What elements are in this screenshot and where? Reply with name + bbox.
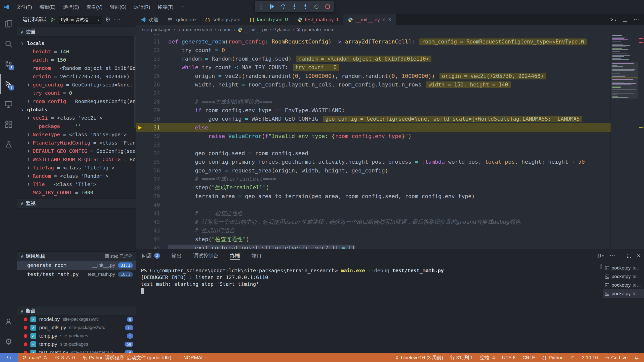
panel-tab-端口[interactable]: 端口 — [252, 249, 262, 262]
restart-button[interactable] — [314, 4, 319, 9]
variable-row[interactable]: ❯WASTELAND_ROOM_REQUEST_CONFIG = RoomR… — [17, 155, 136, 163]
variable-row[interactable]: ❯Random = <class 'Random'> — [17, 172, 136, 180]
breakpoint-row[interactable]: ✓temp.pysite-packages1 — [17, 332, 136, 340]
breadcrumb-item-generate_room[interactable]: generate_room — [296, 27, 335, 32]
panel-tab-问题[interactable]: 问题3 — [142, 249, 160, 262]
callstack-frame[interactable]: generate_room__init__.py31:1 — [17, 261, 136, 270]
menu-item-2[interactable]: 编辑(E) — [36, 3, 59, 12]
breakpoint-row[interactable]: ✓model.pysite-packages\wfc6 — [17, 315, 136, 324]
terminal-output[interactable]: PS C:\computer_science\godot-ldtk\site-p… — [141, 267, 601, 294]
chevron-right-icon[interactable]: ❯ — [27, 115, 30, 120]
activity-testing[interactable] — [0, 134, 17, 155]
variables-scrollbar[interactable] — [134, 35, 136, 128]
activity-search[interactable] — [0, 34, 17, 54]
status-language-mode[interactable]: { }Python — [542, 355, 564, 360]
breakpoint-checkbox[interactable]: ✓ — [30, 333, 36, 339]
code-line-24[interactable]: 24 while try_count < MAX_TRY_COUNT:try_c… — [136, 63, 611, 72]
menu-item-7[interactable]: 终端(T) — [154, 3, 177, 12]
breadcrumb-item-Pylance[interactable]: Pylance — [273, 27, 290, 32]
code-line-25[interactable]: 25 origin = vec2i(random.randint(0, 1000… — [136, 72, 611, 80]
breadcrumb-item-site-packages[interactable]: site-packages — [142, 27, 171, 32]
variable-row[interactable]: random = <Random object at 0x1bf9d01e… — [17, 64, 136, 72]
code-line-33[interactable]: 33 — [136, 140, 611, 149]
code-line-38[interactable]: 38 step("生成TerrainCell") — [136, 183, 611, 192]
activity-manage-settings[interactable]: ⚙ — [0, 332, 17, 352]
code-line-40[interactable]: 40 — [136, 201, 611, 209]
editor-scrollbar[interactable] — [638, 34, 644, 249]
menu-item-5[interactable]: 转到(G) — [107, 3, 130, 12]
code-line-41[interactable]: 41 # ====检查连通性==== — [136, 209, 611, 218]
section-header-variables[interactable]: ∨变量 — [17, 27, 136, 36]
code-editor[interactable]: 2021def generate_room(room_config: RoomR… — [136, 34, 611, 249]
debug-config-select[interactable]: Python 调试程序: 启动文件 (godot-ldtk) ∨ — [59, 16, 102, 24]
status-git-branch[interactable]: main* — [23, 355, 48, 360]
section-header-breakpoints[interactable]: ∨断点 — [17, 306, 136, 315]
code-line-21[interactable]: 21def generate_room(room_config: RoomReq… — [136, 37, 611, 46]
start-debug-button[interactable] — [50, 17, 55, 22]
activity-source-control[interactable]: 3 — [0, 54, 17, 74]
status-encoding[interactable]: UTF-8 — [502, 355, 516, 360]
code-line-23[interactable]: 23 random = Random(room_config.seed)rand… — [136, 55, 611, 63]
chevron-right-icon[interactable]: ❯ — [27, 165, 30, 170]
tab-test_math.py[interactable]: test_math.py1 — [293, 14, 343, 25]
status-notifications[interactable] — [635, 355, 639, 360]
status-debug-target[interactable]: Python 调试程序: 启动文件 (godot-ldtk) — [83, 354, 171, 361]
code-line-29[interactable]: 29 if room_config.env_type == EnvType.WA… — [136, 106, 611, 115]
status-vim-mode[interactable]: -- NORMAL -- — [179, 355, 208, 360]
tab-settings.json[interactable]: { }settings.json — [200, 14, 245, 25]
status-eol[interactable]: CRLF — [522, 355, 535, 360]
chevron-right-icon[interactable]: ❯ — [27, 140, 30, 145]
breakpoint-checkbox[interactable]: ✓ — [30, 350, 36, 353]
code-line-42[interactable]: 42 # 计算每一个出口的中心，然后使用astar生成路径，确保每一个出口组合都… — [136, 218, 611, 226]
variable-row[interactable]: MAX_TRY_COUNT = 1000 — [17, 188, 136, 197]
chevron-right-icon[interactable]: ❯ — [27, 99, 30, 104]
breakpoint-row[interactable]: ✓temp.pysite-packages58 — [17, 340, 136, 348]
panel-more-actions-icon[interactable]: ⋯ — [610, 252, 616, 259]
code-line-43[interactable]: 43 # 生成出口组合 — [136, 226, 611, 235]
debug-settings-gear-icon[interactable]: ⚙ — [105, 16, 111, 23]
code-line-28[interactable]: 28 # ====生成初始地理信息==== — [136, 98, 611, 106]
breakpoint-checkbox[interactable]: ✓ — [30, 341, 36, 347]
split-editor-icon[interactable] — [623, 17, 627, 22]
terminal-list-item[interactable]: pocketpyte… — [603, 272, 644, 281]
code-line-34[interactable]: 34 geo_config.seed = room_config.seed — [136, 149, 611, 158]
stop-button[interactable] — [325, 4, 330, 9]
activity-explorer[interactable] — [0, 14, 17, 34]
remote-indicator[interactable] — [0, 353, 18, 362]
code-line-31[interactable]: ▶31 else: — [136, 123, 611, 132]
variable-row[interactable]: ❯PlanetaryWindConfig = <class 'Planeta… — [17, 139, 136, 147]
step-over-button[interactable] — [280, 4, 286, 9]
status-go-live[interactable]: Go Live — [605, 355, 628, 360]
chevron-right-icon[interactable]: ❯ — [27, 149, 30, 153]
terminal-list-item[interactable]: pocketpyte… — [603, 264, 644, 272]
variable-row[interactable]: __package__ = '' — [17, 122, 136, 130]
tab-.gdignore[interactable]: .gdignore — [163, 14, 200, 25]
variable-row[interactable]: stop = <function stop at 0x1bf9cd216d… — [17, 197, 136, 199]
status-indentation[interactable]: 空格: 4 — [480, 354, 495, 361]
variable-row[interactable]: height = 140 — [17, 47, 136, 56]
variable-row[interactable]: ❯DEFAULT_GEO_CONFIG = GeoConfig(seed=1… — [17, 147, 136, 155]
variable-row[interactable]: try_count = 0 — [17, 89, 136, 97]
activity-extensions[interactable] — [0, 114, 17, 134]
breakpoint-checkbox[interactable]: ✓ — [30, 325, 36, 331]
tab-launch.json[interactable]: { }launch.jsonU — [245, 14, 293, 25]
breakpoint-row[interactable]: ✓test_math.pysite-packages\terrain_res…1… — [17, 348, 136, 353]
chevron-right-icon[interactable]: ❯ — [27, 82, 30, 87]
variable-row[interactable]: ❯TileTag = <class 'TileTag'> — [17, 163, 136, 172]
menu-overflow-button[interactable]: ··· — [178, 3, 189, 12]
section-header-callstack[interactable]: ∨调用堆栈因 step 已暂停 — [17, 251, 136, 261]
terminal-list-item[interactable]: pocketpyte… — [603, 281, 644, 289]
code-line-45[interactable]: 45 exit_combinations:list[tuple[vec2i, v… — [136, 244, 611, 249]
activity-remote-explorer[interactable] — [0, 94, 17, 114]
close-panel-icon[interactable]: × — [637, 252, 640, 259]
status-python-version[interactable]: 3.10.10 — [582, 355, 598, 360]
code-line-37[interactable]: 37 # ====生成TerrainCell==== — [136, 175, 611, 183]
step-out-button[interactable] — [303, 4, 308, 9]
activity-accounts[interactable] — [0, 311, 17, 332]
code-line-30[interactable]: 30 geo_config = WASTELAND_GEO_CONFIGgeo_… — [136, 115, 611, 123]
code-line-44[interactable]: 44 step("检查连通性") — [136, 235, 611, 244]
terminal-split-button[interactable]: ∨ — [596, 253, 604, 258]
section-header-watch[interactable]: ∨监视 — [17, 199, 136, 208]
scope-globals[interactable]: ∨globals — [17, 105, 136, 114]
panel-tab-输出[interactable]: 输出 — [172, 249, 182, 262]
